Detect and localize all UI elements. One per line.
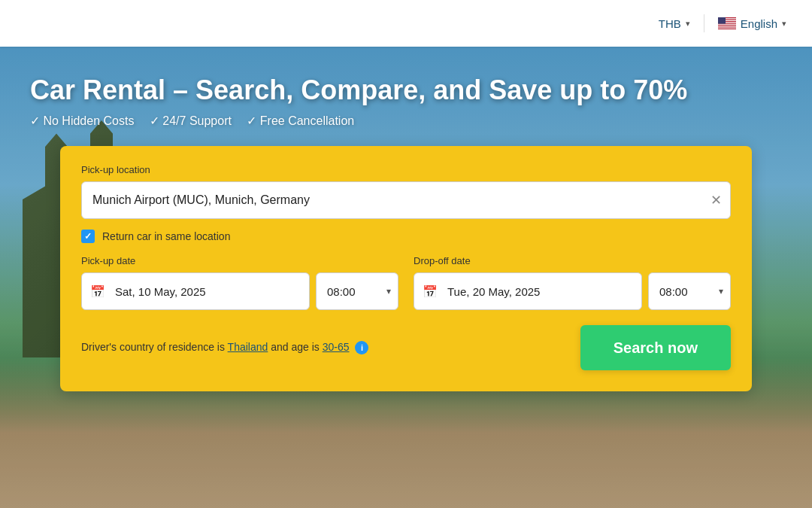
svg-rect-5 — [718, 26, 736, 26]
driver-info-icon[interactable]: i — [355, 341, 368, 354]
dropoff-date-label: Drop-off date — [414, 255, 731, 266]
search-panel: Pick-up location ✕ ✓ Return car in same … — [60, 146, 752, 391]
hero-title: Car Rental – Search, Compare, and Save u… — [30, 74, 782, 106]
subtitle-no-hidden: ✓ No Hidden Costs — [30, 114, 134, 127]
same-location-checkbox[interactable]: ✓ — [81, 230, 95, 243]
language-chevron-icon: ▾ — [782, 19, 786, 29]
pickup-date-input[interactable]: Sat, 10 May, 2025 — [81, 272, 310, 310]
flag-us-icon — [718, 17, 736, 29]
language-selector[interactable]: English ▾ — [710, 13, 794, 35]
dropoff-date-input[interactable]: Tue, 20 May, 2025 — [414, 272, 642, 310]
same-location-label: Return car in same location — [102, 230, 230, 242]
currency-selector[interactable]: THB ▾ — [651, 13, 698, 35]
pickup-date-input-wrap: 📅 Sat, 10 May, 2025 — [81, 272, 310, 310]
subtitle-support: ✓ 24/7 Support — [150, 114, 232, 127]
hero-subtitle: ✓ No Hidden Costs ✓ 24/7 Support ✓ Free … — [30, 114, 782, 128]
hero-section: Car Rental – Search, Compare, and Save u… — [0, 47, 812, 508]
subtitle-cancellation: ✓ Free Cancellation — [247, 114, 354, 127]
currency-label: THB — [659, 17, 681, 30]
dropoff-calendar-icon: 📅 — [423, 284, 438, 299]
pickup-location-input[interactable] — [81, 181, 731, 219]
driver-country-link[interactable]: Thailand — [228, 341, 268, 353]
driver-age-text: and age is — [271, 341, 323, 353]
driver-age-link[interactable]: 30-65 — [323, 341, 350, 353]
svg-rect-6 — [718, 28, 736, 29]
dropoff-time-select[interactable]: 08:00 09:00 10:00 — [648, 272, 731, 310]
dropoff-date-fields: 📅 Tue, 20 May, 2025 08:00 09:00 10:00 — [414, 272, 731, 310]
clear-location-button[interactable]: ✕ — [710, 192, 722, 208]
dropoff-date-input-wrap: 📅 Tue, 20 May, 2025 — [414, 272, 642, 310]
search-bottom-row: Driver's country of residence is Thailan… — [81, 325, 731, 370]
pickup-date-fields: 📅 Sat, 10 May, 2025 08:00 09:00 10:00 — [81, 272, 398, 310]
dropoff-date-group: Drop-off date 📅 Tue, 20 May, 2025 08:00 … — [414, 255, 731, 310]
search-now-button[interactable]: Search now — [580, 325, 731, 370]
same-location-row: ✓ Return car in same location — [81, 230, 731, 243]
pickup-location-label: Pick-up location — [81, 164, 731, 175]
pickup-time-wrap: 08:00 09:00 10:00 ▾ — [316, 272, 398, 310]
header-divider — [704, 14, 704, 32]
pickup-time-select[interactable]: 08:00 09:00 10:00 — [316, 272, 398, 310]
pickup-calendar-icon: 📅 — [90, 284, 105, 299]
svg-rect-4 — [718, 24, 736, 25]
language-label: English — [741, 17, 777, 30]
pickup-location-wrap: ✕ — [81, 181, 731, 219]
driver-info-text: Driver's country of residence is — [81, 341, 225, 353]
currency-chevron-icon: ▾ — [686, 19, 690, 29]
dates-row: Pick-up date 📅 Sat, 10 May, 2025 08:00 0… — [81, 255, 731, 310]
svg-rect-7 — [718, 17, 726, 24]
hero-content: Car Rental – Search, Compare, and Save u… — [0, 47, 812, 391]
dropoff-date-value: Tue, 20 May, 2025 — [444, 285, 540, 298]
dropoff-time-wrap: 08:00 09:00 10:00 ▾ — [648, 272, 731, 310]
driver-info: Driver's country of residence is Thailan… — [81, 341, 368, 354]
pickup-date-group: Pick-up date 📅 Sat, 10 May, 2025 08:00 0… — [81, 255, 398, 310]
checkmark-icon: ✓ — [84, 231, 92, 242]
pickup-date-label: Pick-up date — [81, 255, 398, 266]
pickup-date-value: Sat, 10 May, 2025 — [112, 285, 206, 298]
header: THB ▾ English ▾ — [0, 0, 812, 47]
